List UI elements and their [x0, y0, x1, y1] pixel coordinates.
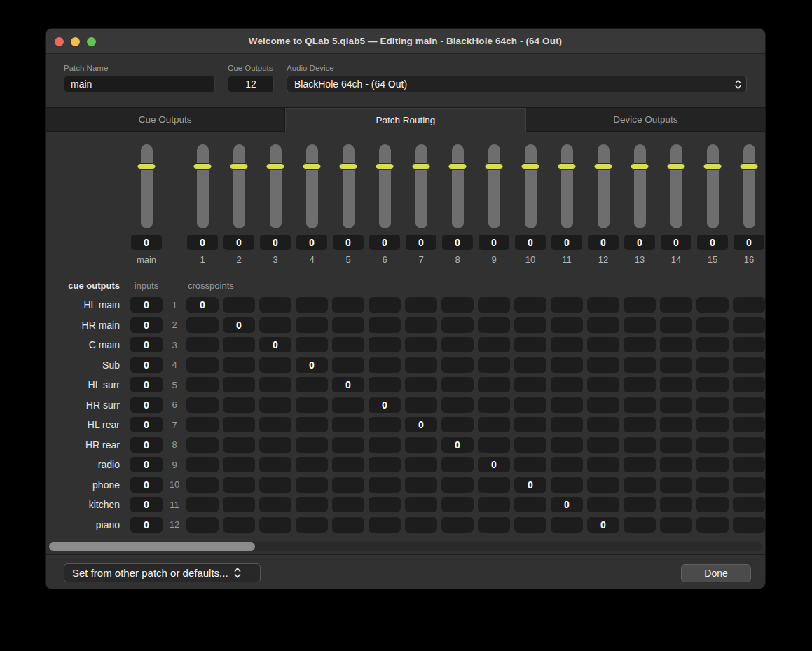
crosspoint-6-4[interactable]	[296, 397, 328, 413]
crosspoint-3-10[interactable]	[514, 337, 546, 352]
crosspoint-8-15[interactable]	[696, 437, 729, 453]
crosspoint-12-13[interactable]	[624, 517, 656, 533]
crosspoint-12-16[interactable]	[733, 517, 765, 533]
crosspoint-7-1[interactable]	[186, 417, 219, 432]
crosspoint-8-11[interactable]	[551, 437, 583, 453]
crosspoint-9-15[interactable]	[696, 457, 729, 472]
crosspoint-12-4[interactable]	[296, 517, 328, 533]
crosspoint-7-13[interactable]	[624, 417, 656, 432]
crosspoint-6-7[interactable]	[405, 397, 437, 413]
crosspoint-1-11[interactable]	[551, 297, 583, 313]
crosspoint-5-1[interactable]	[186, 377, 219, 392]
crosspoint-7-10[interactable]	[514, 417, 546, 432]
crosspoint-2-10[interactable]	[514, 317, 546, 333]
crosspoint-12-15[interactable]	[696, 517, 729, 533]
level-slider-13[interactable]	[634, 144, 646, 228]
level-slider-16[interactable]	[743, 144, 755, 228]
crosspoint-11-12[interactable]	[587, 497, 619, 512]
crosspoint-10-15[interactable]	[696, 477, 729, 493]
slider-value-6[interactable]: 0	[369, 235, 400, 250]
crosspoint-1-1[interactable]: 0	[186, 297, 219, 313]
crosspoint-3-1[interactable]	[186, 337, 219, 352]
crosspoint-4-12[interactable]	[587, 357, 619, 373]
slider-handle-icon[interactable]	[740, 163, 759, 170]
crosspoint-11-2[interactable]	[223, 497, 255, 512]
crosspoint-8-1[interactable]	[186, 437, 219, 453]
crosspoint-4-8[interactable]	[441, 357, 474, 373]
crosspoint-3-9[interactable]	[478, 337, 510, 352]
input-level-8[interactable]: 0	[130, 437, 163, 453]
crosspoint-4-5[interactable]	[332, 357, 364, 373]
slider-handle-icon[interactable]	[631, 163, 649, 170]
crosspoint-9-9[interactable]: 0	[478, 457, 510, 472]
crosspoint-7-2[interactable]	[223, 417, 255, 432]
crosspoint-3-8[interactable]	[441, 337, 474, 352]
crosspoint-9-13[interactable]	[624, 457, 656, 472]
level-slider-15[interactable]	[707, 144, 719, 228]
crosspoint-3-2[interactable]	[223, 337, 255, 352]
crosspoint-10-14[interactable]	[660, 477, 692, 493]
crosspoint-5-8[interactable]	[441, 377, 474, 392]
level-slider-7[interactable]	[415, 144, 427, 228]
input-level-5[interactable]: 0	[130, 377, 163, 392]
crosspoint-5-16[interactable]	[733, 377, 765, 392]
input-level-3[interactable]: 0	[130, 337, 163, 352]
crosspoint-12-8[interactable]	[441, 517, 474, 533]
crosspoint-1-16[interactable]	[733, 297, 765, 313]
level-slider-6[interactable]	[379, 144, 391, 228]
crosspoint-9-11[interactable]	[551, 457, 583, 472]
crosspoint-6-8[interactable]	[441, 397, 474, 413]
slider-handle-icon[interactable]	[448, 163, 467, 170]
crosspoint-2-14[interactable]	[660, 317, 692, 333]
crosspoint-1-4[interactable]	[296, 297, 328, 313]
input-level-9[interactable]: 0	[130, 457, 163, 472]
crosspoint-1-10[interactable]	[514, 297, 546, 313]
crosspoint-2-13[interactable]	[624, 317, 656, 333]
crosspoint-12-14[interactable]	[660, 517, 692, 533]
crosspoint-9-3[interactable]	[259, 457, 291, 472]
crosspoint-5-9[interactable]	[478, 377, 510, 392]
crosspoint-1-13[interactable]	[624, 297, 656, 313]
crosspoint-2-15[interactable]	[696, 317, 729, 333]
crosspoint-11-1[interactable]	[186, 497, 219, 512]
crosspoint-11-8[interactable]	[441, 497, 474, 512]
crosspoint-9-4[interactable]	[296, 457, 328, 472]
crosspoint-9-8[interactable]	[441, 457, 474, 472]
crosspoint-1-14[interactable]	[660, 297, 692, 313]
crosspoint-4-1[interactable]	[186, 357, 219, 373]
minimize-button[interactable]	[71, 37, 80, 46]
crosspoint-11-3[interactable]	[259, 497, 291, 512]
crosspoint-6-15[interactable]	[696, 397, 729, 413]
crosspoint-1-15[interactable]	[696, 297, 729, 313]
crosspoint-5-10[interactable]	[514, 377, 546, 392]
crosspoint-10-11[interactable]	[551, 477, 583, 493]
slider-value-11[interactable]: 0	[551, 235, 582, 250]
crosspoint-1-2[interactable]	[223, 297, 255, 313]
crosspoint-4-13[interactable]	[624, 357, 656, 373]
slider-handle-icon[interactable]	[230, 163, 249, 170]
crosspoint-11-13[interactable]	[624, 497, 656, 512]
input-level-4[interactable]: 0	[130, 357, 163, 373]
slider-handle-icon[interactable]	[266, 163, 285, 170]
slider-value-12[interactable]: 0	[588, 235, 619, 250]
slider-value-4[interactable]: 0	[296, 235, 327, 250]
crosspoint-8-8[interactable]: 0	[441, 437, 474, 453]
level-slider-9[interactable]	[488, 144, 500, 228]
crosspoint-4-7[interactable]	[405, 357, 437, 373]
crosspoint-12-11[interactable]	[551, 517, 583, 533]
crosspoint-3-14[interactable]	[660, 337, 692, 352]
crosspoint-6-1[interactable]	[186, 397, 219, 413]
crosspoint-10-4[interactable]	[296, 477, 328, 493]
crosspoint-7-11[interactable]	[551, 417, 583, 432]
slider-handle-icon[interactable]	[137, 163, 156, 170]
level-slider-14[interactable]	[670, 144, 682, 228]
crosspoint-8-16[interactable]	[733, 437, 765, 453]
crosspoint-7-9[interactable]	[478, 417, 510, 432]
crosspoint-2-9[interactable]	[478, 317, 510, 333]
crosspoint-6-14[interactable]	[660, 397, 692, 413]
crosspoint-2-16[interactable]	[733, 317, 765, 333]
crosspoint-11-6[interactable]	[369, 497, 401, 512]
crosspoint-11-15[interactable]	[696, 497, 729, 512]
crosspoint-10-13[interactable]	[624, 477, 656, 493]
crosspoint-2-11[interactable]	[551, 317, 583, 333]
